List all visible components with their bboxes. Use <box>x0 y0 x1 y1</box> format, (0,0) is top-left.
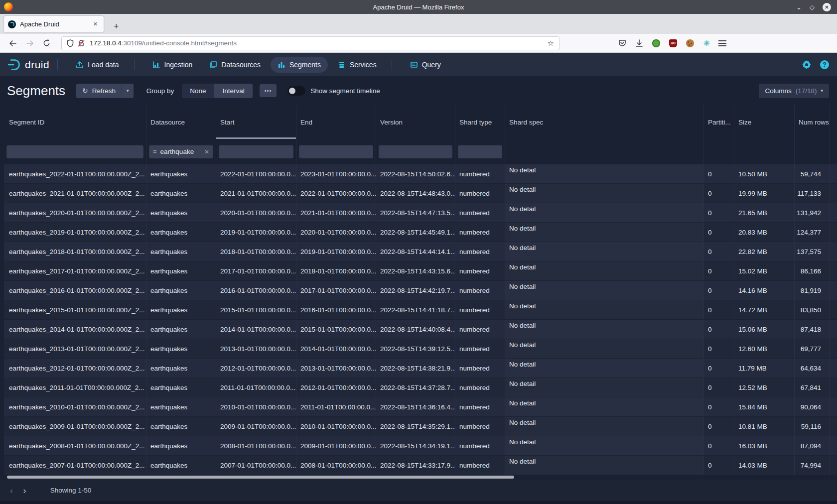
cell-size: 15.84 MB <box>734 397 795 417</box>
table-row: earthquakes_2009-01-01T00:00:00.000Z_2..… <box>4 417 837 436</box>
cell-partition: 0 <box>704 203 734 223</box>
column-header-partition[interactable]: Partiti... <box>704 105 734 139</box>
cell-start: 2007-01-01T00:00:00.0... <box>216 456 296 475</box>
url-bar[interactable]: 172.18.0.4:30109/unified-console.html#se… <box>61 36 559 50</box>
cell-stub <box>830 417 837 436</box>
ingestion-icon <box>152 61 160 69</box>
cell-partition: 0 <box>704 300 734 320</box>
ublock-origin-icon[interactable]: uO <box>669 39 677 47</box>
cookie-extension-icon[interactable] <box>686 39 694 47</box>
forward-button[interactable] <box>26 40 34 47</box>
download-icon[interactable] <box>635 39 643 47</box>
cell-shard-type: numbered <box>455 320 505 339</box>
cell-shard-type: numbered <box>455 223 505 242</box>
insecure-lock-icon[interactable] <box>78 39 85 47</box>
shard-type-filter-input[interactable] <box>458 145 502 158</box>
refresh-button[interactable]: ↻ Refresh <box>76 84 122 98</box>
cell-segment-id: earthquakes_2012-01-01T00:00:00.000Z_2..… <box>4 359 146 378</box>
druid-brand[interactable]: druid <box>7 58 49 71</box>
next-page-button[interactable]: › <box>18 486 31 495</box>
previous-page-button[interactable]: ‹ <box>5 486 18 495</box>
start-filter-input[interactable] <box>219 145 293 158</box>
cell-size: 10.50 MB <box>734 164 795 184</box>
more-options-button[interactable]: ••• <box>260 84 277 97</box>
cell-shard-type: numbered <box>455 436 505 456</box>
nav-item-ingestion[interactable]: Ingestion <box>145 57 200 73</box>
filter-cell-shard-spec <box>505 139 704 164</box>
cell-segment-id: earthquakes_2007-01-01T00:00:00.000Z_2..… <box>4 456 146 475</box>
horizontal-scrollbar <box>0 475 837 480</box>
horizontal-scrollbar-thumb[interactable] <box>7 476 514 479</box>
cell-segment-id: earthquakes_2011-01-01T00:00:00.000Z_2..… <box>4 378 146 397</box>
cell-shard-type: numbered <box>455 339 505 359</box>
nav-item-query[interactable]: Query <box>403 57 448 73</box>
column-header-version[interactable]: Version <box>376 105 455 139</box>
url-path: :30109/unified-console.html#segments <box>122 39 237 47</box>
cell-shard-type: numbered <box>455 378 505 397</box>
column-header-shard-type[interactable]: Shard type <box>455 105 505 139</box>
remove-tag-icon[interactable]: ✕ <box>204 148 209 155</box>
cell-datasource: earthquakes <box>146 320 216 339</box>
cell-shard-spec: No detail <box>505 359 704 378</box>
cell-num-rows: 74,994 <box>795 456 830 475</box>
cell-stub <box>830 339 837 359</box>
cell-version: 2022-08-15T14:40:08.4... <box>376 320 455 339</box>
tracking-shield-icon[interactable] <box>67 39 74 47</box>
group-by-none-button[interactable]: None <box>182 84 214 98</box>
bookmark-star-icon[interactable]: ☆ <box>548 39 554 48</box>
cell-start: 2012-01-01T00:00:00.0... <box>216 359 296 378</box>
cell-datasource: earthquakes <box>146 281 216 300</box>
window-close-icon[interactable]: ✕ <box>823 3 831 11</box>
columns-button[interactable]: Columns (17/18) ▾ <box>759 84 829 98</box>
cell-partition: 0 <box>704 417 734 436</box>
cell-datasource: earthquakes <box>146 436 216 456</box>
column-header-datasource[interactable]: Datasource <box>146 105 216 139</box>
segment-id-filter-input[interactable] <box>6 145 143 158</box>
cell-end: 2016-01-01T00:00:00.0... <box>296 300 376 320</box>
services-icon <box>338 61 346 69</box>
column-header-size[interactable]: Size <box>734 105 795 139</box>
cell-size: 14.72 MB <box>734 300 795 320</box>
column-header-segment-id[interactable]: Segment ID <box>4 105 146 139</box>
window-maximize-icon[interactable]: ◇ <box>810 4 815 10</box>
reload-button[interactable] <box>43 39 50 47</box>
nav-item-datasources[interactable]: Datasources <box>202 57 268 73</box>
segment-timeline-toggle[interactable] <box>287 86 305 96</box>
end-filter-input[interactable] <box>299 145 373 158</box>
pocket-icon[interactable] <box>618 39 626 47</box>
new-tab-button[interactable]: + <box>111 21 122 34</box>
cell-stub <box>830 281 837 300</box>
window-controls: ⌄ ◇ ✕ <box>796 3 837 11</box>
nav-item-segments[interactable]: Segments <box>271 57 328 73</box>
tab-apache-druid[interactable]: Apache Druid ✕ <box>4 16 104 32</box>
nav-item-load-data[interactable]: Load data <box>69 57 126 73</box>
cell-version: 2022-08-15T14:47:13.5... <box>376 203 455 223</box>
cell-segment-id: earthquakes_2019-01-01T00:00:00.000Z_2..… <box>4 223 146 242</box>
help-icon[interactable]: ? <box>820 60 829 69</box>
settings-gear-icon[interactable] <box>802 60 811 69</box>
cell-shard-spec: No detail <box>505 339 704 359</box>
refresh-caret-button[interactable]: ▾ <box>122 84 134 98</box>
column-header-num-rows[interactable]: Num rows <box>795 105 830 139</box>
nav-item-services[interactable]: Services <box>331 57 384 73</box>
datasource-filter-input[interactable]: = earthquake ✕ <box>149 145 213 158</box>
cell-end: 2017-01-01T00:00:00.0... <box>296 281 376 300</box>
cell-version: 2022-08-15T14:43:15.6... <box>376 261 455 281</box>
back-button[interactable] <box>9 40 17 47</box>
cell-stub <box>830 397 837 417</box>
group-by-interval-button[interactable]: Interval <box>214 84 252 98</box>
table-row: earthquakes_2013-01-01T00:00:00.000Z_2..… <box>4 339 837 359</box>
extension-colorful-icon[interactable]: ✳ <box>703 39 709 47</box>
tab-close-icon[interactable]: ✕ <box>91 20 100 28</box>
version-filter-input[interactable] <box>379 145 452 158</box>
column-header-end[interactable]: End <box>296 105 376 139</box>
window-minimize-icon[interactable]: ⌄ <box>796 4 802 10</box>
column-header-start[interactable]: Start <box>216 105 296 139</box>
cell-version: 2022-08-15T14:37:28.7... <box>376 378 455 397</box>
cell-datasource: earthquakes <box>146 203 216 223</box>
extension-privacy-icon[interactable] <box>652 39 660 47</box>
column-header-shard-spec[interactable]: Shard spec <box>505 105 704 139</box>
menu-hamburger-icon[interactable] <box>718 40 726 46</box>
cell-stub <box>830 184 837 203</box>
cell-partition: 0 <box>704 456 734 475</box>
